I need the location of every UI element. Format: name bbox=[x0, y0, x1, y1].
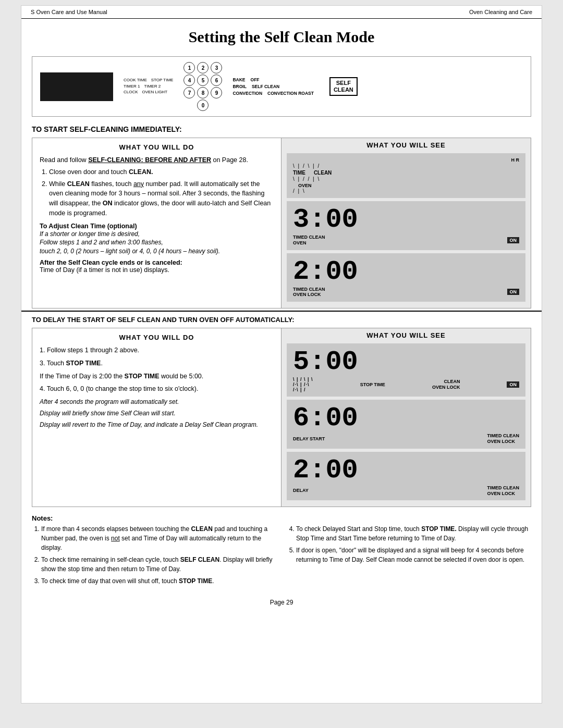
display3-label-left: TIMED CLEANOVEN LOCK bbox=[293, 287, 325, 298]
note-5: If door is open, "door" will be displaye… bbox=[296, 546, 531, 564]
display2-on-badge: ON bbox=[507, 237, 520, 243]
header-right: Oven Cleaning and Care bbox=[469, 9, 532, 15]
section1-left-col: What You Will Do Read and follow SELF-CL… bbox=[32, 138, 282, 308]
btn-2[interactable]: 2 bbox=[197, 62, 209, 73]
section2-left-col: What You Will Do 1. Follow steps 1 throu… bbox=[32, 328, 282, 507]
self-clean-btn[interactable]: SELF CLEAN bbox=[252, 84, 279, 89]
display-500-on: ON bbox=[507, 381, 519, 388]
page-title: Setting the Self Clean Mode bbox=[32, 28, 531, 46]
display3-on-badge: ON bbox=[507, 289, 520, 295]
display-600-time: 6:00 bbox=[293, 405, 519, 432]
oven-display-block bbox=[40, 72, 113, 101]
display-600: 6:00 DELAY START TIMED CLEANOVEN LOCK bbox=[287, 400, 525, 449]
time-buttons: COOK TIME STOP TIME TIMER 1 TIMER 2 CLOC… bbox=[124, 78, 173, 95]
notes-grid: If more than 4 seconds elapses between t… bbox=[32, 524, 531, 588]
notes-left: If more than 4 seconds elapses between t… bbox=[32, 524, 276, 588]
section2-box: What You Will Do 1. Follow steps 1 throu… bbox=[32, 328, 531, 507]
sub-ticks: \ | / / | \ bbox=[293, 176, 519, 182]
oven-sub-label: OVEN bbox=[298, 183, 519, 188]
section1-header: To Start Self-Cleaning Immediately: bbox=[21, 122, 542, 135]
btn-0[interactable]: 0 bbox=[197, 100, 209, 111]
btn-1[interactable]: 1 bbox=[183, 62, 195, 73]
tick-row-top: \ | / \ | / bbox=[293, 163, 519, 169]
page-title-area: Setting the Self Clean Mode bbox=[21, 19, 542, 51]
off-btn[interactable]: OFF bbox=[251, 77, 260, 82]
section2-steps: 1. Follow steps 1 through 2 above. 3. To… bbox=[40, 346, 274, 394]
display-200-label-left: DELAY bbox=[293, 488, 309, 493]
display3-labels: TIMED CLEANOVEN LOCK ON bbox=[293, 287, 519, 298]
notes-right: To check Delayed Start and Stop time, to… bbox=[287, 524, 531, 588]
display3-panel: 2:00 TIMED CLEANOVEN LOCK ON bbox=[287, 253, 525, 302]
timer2-label: TIMER 2 bbox=[144, 84, 161, 89]
note-4: To check Delayed Start and Stop time, to… bbox=[296, 524, 531, 543]
section2-italic2: Display will briefly show time Self Clea… bbox=[40, 409, 274, 418]
adjust-header: To Adjust Clean Time (optional) bbox=[40, 223, 274, 230]
clean-indicator: CLEAN bbox=[314, 170, 332, 176]
page-number: Page 29 bbox=[21, 594, 542, 611]
section2-left-header: What You Will Do bbox=[40, 334, 274, 341]
section1-steps: Close oven door and touch CLEAN. While C… bbox=[40, 167, 274, 218]
section1-box: What You Will Do Read and follow SELF-CL… bbox=[32, 138, 531, 309]
adjust-instructions: If a shorter or longer time is desired, … bbox=[40, 230, 274, 256]
oven-light-label: OVEN LIGHT bbox=[142, 90, 167, 95]
note-1: If more than 4 seconds elapses between t… bbox=[41, 524, 276, 552]
convection-btn[interactable]: CONVECTION bbox=[232, 91, 262, 96]
display-500-left-ticks: \ | / \ | \ /·\ | /·\ /·\ | / bbox=[293, 377, 313, 392]
btn-6[interactable]: 6 bbox=[211, 75, 222, 86]
bottom-ticks: / | \ bbox=[293, 188, 519, 194]
display-200-label-right: TIMED CLEANOVEN LOCK bbox=[487, 485, 520, 497]
stop-time-label: STOP TIME bbox=[151, 78, 174, 83]
display-200-time: 2:00 bbox=[293, 457, 519, 484]
section2-header: To Delay The Start of Self Clean and Tur… bbox=[21, 311, 542, 326]
display3-time: 2:00 bbox=[293, 258, 519, 286]
display-500-time: 5:00 bbox=[293, 349, 519, 376]
after-cycle-header: After the Self Clean cycle ends or is ca… bbox=[40, 259, 274, 266]
display2-panel: 3:00 TIMED CLEANOVEN ON bbox=[287, 201, 525, 250]
clock-label: CLOCK bbox=[124, 90, 138, 95]
display-500-row: \ | / \ | \ /·\ | /·\ /·\ | / STOP TIME … bbox=[293, 377, 519, 392]
notes-header: Notes: bbox=[32, 514, 531, 522]
display-200-labels: DELAY TIMED CLEANOVEN LOCK bbox=[293, 485, 519, 497]
note-2: To check time remaining in self-clean cy… bbox=[41, 555, 276, 574]
display-200: 2:00 DELAY TIMED CLEANOVEN LOCK bbox=[287, 452, 525, 501]
after-cycle-text: Time of Day (if a timer is not in use) d… bbox=[40, 266, 274, 274]
btn-7[interactable]: 7 bbox=[183, 87, 195, 98]
display-500-center-label: STOP TIME bbox=[360, 382, 385, 387]
btn-9[interactable]: 9 bbox=[211, 87, 222, 98]
numpad: 1 2 3 4 5 6 7 8 9 0 bbox=[183, 62, 222, 111]
bake-btn[interactable]: BAKE bbox=[232, 77, 245, 82]
display-600-labels: DELAY START TIMED CLEANOVEN LOCK bbox=[293, 433, 519, 445]
note-3: To check time of day that oven will shut… bbox=[41, 576, 276, 586]
section1-prereq: Read and follow SELF-CLEANING: BEFORE AN… bbox=[40, 155, 274, 165]
section2-right-col: What You Will See 5:00 \ | / \ | \ /·\ |… bbox=[282, 328, 531, 507]
hr-indicator: H R bbox=[511, 157, 520, 163]
btn-3[interactable]: 3 bbox=[211, 62, 222, 73]
broil-btn[interactable]: BROIL bbox=[232, 84, 246, 89]
display2-time: 3:00 bbox=[293, 206, 519, 233]
display-600-label-right: TIMED CLEANOVEN LOCK bbox=[487, 433, 520, 445]
page-header: S Oven Care and Use Manual Oven Cleaning… bbox=[21, 6, 542, 19]
page: S Oven Care and Use Manual Oven Cleaning… bbox=[21, 5, 542, 704]
btn-8[interactable]: 8 bbox=[197, 87, 209, 98]
section2-right-header: What You Will See bbox=[287, 331, 525, 339]
control-panel-diagram: COOK TIME STOP TIME TIMER 1 TIMER 2 CLOC… bbox=[32, 56, 531, 117]
cook-time-label: COOK TIME bbox=[124, 78, 147, 83]
display2-labels: TIMED CLEANOVEN ON bbox=[293, 235, 519, 246]
time-indicator: TIME bbox=[293, 170, 305, 176]
notes-section: Notes: If more than 4 seconds elapses be… bbox=[21, 509, 542, 594]
section1-left-header: What You Will Do bbox=[40, 143, 274, 151]
display-500-right-label: CLEANOVEN LOCK bbox=[432, 379, 460, 391]
section1-right-header: What You Will See bbox=[287, 141, 525, 149]
display1-panel: H R \ | / \ | / TIME CLEAN \ | / / | \ O… bbox=[287, 153, 525, 198]
btn-4[interactable]: 4 bbox=[183, 75, 195, 86]
timer1-label: TIMER 1 bbox=[124, 84, 140, 89]
section1-right-col: What You Will See H R \ | / \ | / TIME C… bbox=[282, 138, 531, 308]
display2-label-left: TIMED CLEANOVEN bbox=[293, 235, 325, 246]
display-500: 5:00 \ | / \ | \ /·\ | /·\ /·\ | / STOP … bbox=[287, 343, 525, 397]
btn-5[interactable]: 5 bbox=[197, 75, 209, 86]
display-600-label-left: DELAY START bbox=[293, 436, 325, 442]
convection-roast-btn[interactable]: CONVECTION ROAST bbox=[267, 91, 314, 96]
function-buttons: BAKE OFF BROIL SELF CLEAN CONVECTION CON… bbox=[232, 77, 313, 96]
section2-italic1: After 4 seconds the program will automat… bbox=[40, 397, 274, 406]
header-left: S Oven Care and Use Manual bbox=[31, 9, 107, 15]
